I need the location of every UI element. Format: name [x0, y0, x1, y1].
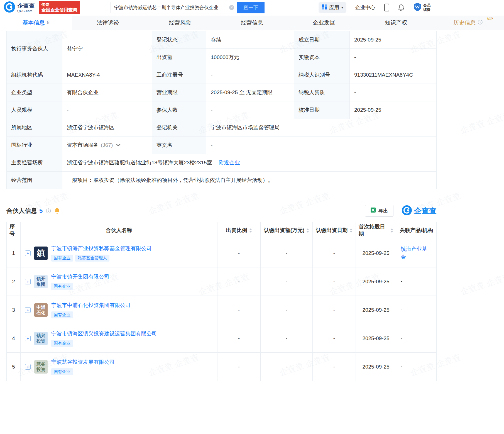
tag-state-owned: 国有企业 [51, 283, 73, 290]
tab-intellectual-property[interactable]: 知识产权 [360, 16, 432, 30]
partners-table-body: 1 + 鎮 宁波市镇海产业投资私募基金管理有限公司 国有企业 私募基金管理人 -… [7, 239, 436, 381]
first-date-cell: 2025-09-25 [356, 353, 396, 381]
sort-icons [390, 228, 393, 233]
alert-bell-icon[interactable] [54, 208, 60, 214]
date-cell: - [313, 296, 356, 324]
search-input[interactable] [114, 4, 225, 11]
tab-legal-litigation[interactable]: 法律诉讼 [72, 16, 144, 30]
col-header-related: 关联产品/机构 [396, 222, 436, 239]
field-reg-status-value: 存续 [206, 31, 294, 49]
tab-label: 法律诉讼 [97, 19, 119, 26]
field-taxpayer-id-label: 纳税人识别号 [294, 66, 350, 84]
field-address-value: 浙江省宁波市镇海区骆驼街道锦业街18号镇海大厦23楼2315室 附近企业 [62, 154, 437, 172]
qcc-brand-icon [402, 205, 412, 216]
amount-cell: - [261, 353, 313, 381]
col-header-date[interactable]: 认缴出资日期 [313, 222, 356, 239]
amount-cell: - [261, 324, 313, 352]
sort-desc-icon [306, 231, 309, 233]
tag-state-owned: 国有企业 [51, 255, 73, 262]
partner-name-link[interactable]: 宁波市镇海产业投资私募基金管理有限公司 [51, 245, 152, 252]
sort-desc-icon [350, 231, 353, 233]
partner-name-cell: + 镇兴 投资 宁波市镇海区镇兴投资建设运营集团有限公司 国有企业 [21, 324, 217, 352]
tab-basic-info[interactable]: 基本信息 8 [0, 16, 72, 30]
export-button[interactable]: 导出 [365, 205, 393, 217]
partner-logo: 中浦 石化 [34, 303, 48, 317]
logo-sub: QCC.com [17, 9, 35, 13]
field-staff-size-value: - [62, 101, 152, 119]
partner-name-link[interactable]: 宁波市镇海区镇兴投资建设运营集团有限公司 [51, 330, 157, 337]
tab-history-info[interactable]: VIP 历史信息 [432, 16, 504, 30]
expand-button[interactable]: + [25, 250, 31, 256]
partner-name-cell: + 中浦 石化 宁波市中浦石化投资集团有限公司 国有企业 [21, 296, 217, 324]
notification-bell-icon[interactable] [398, 4, 404, 11]
related-cell: - [396, 324, 436, 352]
field-company-type-value: 有限合伙企业 [62, 84, 152, 101]
expand-button[interactable]: + [25, 307, 31, 313]
tab-operation-info[interactable]: 经营信息 [216, 16, 288, 30]
partner-tags: 国有企业 私募基金管理人 [51, 255, 152, 262]
promo-line2: 全国企业信用查询 [41, 7, 77, 13]
sort-asc-icon [306, 228, 309, 230]
apps-dropdown[interactable]: 应用 ▾ [319, 2, 346, 13]
promo-badge[interactable]: 传奇 全国企业信用查询 [39, 1, 80, 14]
col-header-ratio[interactable]: 出资比例 [217, 222, 261, 239]
amount-cell: - [261, 296, 313, 324]
partners-title: 合伙人信息 [6, 207, 37, 215]
industry-name: 资本市场服务 [67, 142, 99, 149]
partner-name-block: 宁波市镇海区镇兴投资建设运营集团有限公司 国有企业 [51, 330, 157, 347]
partner-name-link[interactable]: 宁波慧谷投资发展有限公司 [51, 359, 115, 366]
clear-icon[interactable]: × [229, 5, 234, 10]
partner-name-cell: + 慧谷 投资 宁波慧谷投资发展有限公司 国有企业 [21, 353, 217, 381]
ratio-cell: - [217, 296, 261, 324]
member-renew-button[interactable]: 会员 续费 [413, 3, 430, 13]
member-line1: 会员 [423, 3, 430, 8]
partner-logo: 镇开 集团 [34, 275, 48, 288]
ratio-cell: - [217, 267, 261, 296]
apps-label: 应用 [329, 4, 339, 11]
col-label: 认缴出资日期 [316, 227, 348, 234]
sort-icons [350, 228, 353, 233]
col-header-no: 序号 [7, 222, 21, 239]
mobile-phone-icon[interactable] [384, 4, 389, 11]
tag-fund-manager: 私募基金管理人 [75, 255, 109, 262]
related-product-link[interactable]: 镇海产业基金 [401, 245, 432, 261]
logo-line2: 石化 [36, 310, 45, 316]
partner-name-block: 宁波慧谷投资发展有限公司 国有企业 [51, 359, 115, 375]
expand-button[interactable]: + [25, 364, 31, 370]
field-taxpayer-id-value: 91330211MAEXNA8Y4C [350, 66, 437, 84]
field-business-scope-value: 一般项目：股权投资（除依法须经批准的项目外，凭营业执照依法自主开展经营活动）。 [62, 172, 437, 189]
related-cell: - [396, 353, 436, 381]
partner-name-link[interactable]: 宁波市中浦石化投资集团有限公司 [51, 302, 131, 309]
tab-enterprise-development[interactable]: 企业发展 [288, 16, 360, 30]
partners-table-header: 序号 合伙人名称 出资比例 认缴出资额(万元) 认缴出资日期 首次持股日期 关联… [7, 222, 436, 239]
first-date-cell: 2025-09-25 [356, 296, 396, 324]
date-cell: - [313, 353, 356, 381]
history-info-icon[interactable] [478, 19, 483, 26]
qcc-brand-text: 企查查 [414, 206, 437, 216]
enterprise-center-link[interactable]: 企业中心 [355, 4, 375, 11]
col-header-first-date[interactable]: 首次持股日期 [356, 222, 396, 239]
sort-asc-icon [249, 228, 252, 230]
info-circle-icon[interactable] [46, 208, 51, 213]
first-date-cell: 2025-09-25 [356, 324, 396, 352]
qcc-brand-mark: 企查查 [402, 205, 437, 216]
qcc-logo[interactable]: 企查查 QCC.com [4, 1, 35, 14]
search-button[interactable]: 查一下 [237, 2, 265, 13]
partner-tags: 国有企业 [51, 368, 115, 375]
chevron-down-icon[interactable] [116, 144, 121, 147]
tab-operation-risk[interactable]: 经营风险 [144, 16, 216, 30]
field-industry-label: 国标行业 [7, 136, 62, 154]
watermark: 企查查 企查查 [459, 271, 504, 298]
caret-down-icon: ▾ [341, 6, 343, 9]
top-header: 企查查 QCC.com 传奇 全国企业信用查询 × 查一下 应用 ▾ 企业中心 [0, 0, 504, 15]
expand-button[interactable]: + [25, 279, 31, 284]
search-box: × [111, 2, 237, 13]
partner-name-link[interactable]: 宁波市镇开集团有限公司 [51, 273, 109, 281]
header-right: 应用 ▾ 企业中心 会员 续费 [319, 2, 500, 13]
nearby-companies-link[interactable]: 附近企业 [219, 159, 240, 166]
field-biz-reg-no-value: - [206, 66, 294, 84]
col-header-amount[interactable]: 认缴出资额(万元) [261, 222, 313, 239]
field-approval-date-value: 2025-09-25 [350, 101, 437, 119]
expand-button[interactable]: + [25, 336, 31, 341]
tab-label: 历史信息 [453, 19, 476, 26]
